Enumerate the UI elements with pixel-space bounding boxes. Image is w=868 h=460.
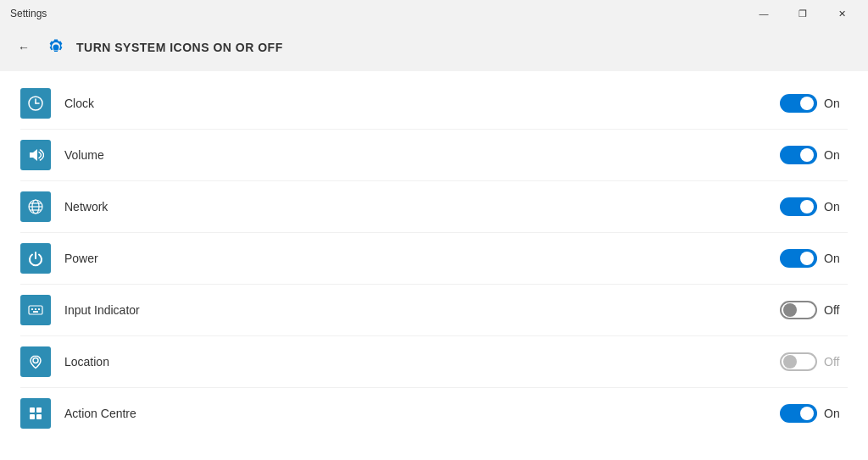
title-bar-left: Settings <box>10 8 47 19</box>
svg-rect-12 <box>38 308 40 310</box>
setting-label-input-indicator: Input Indicator <box>64 303 780 317</box>
toggle-label-location: Off <box>824 355 848 369</box>
svg-rect-10 <box>31 308 33 310</box>
toggle-area-action-centre: On <box>780 404 848 423</box>
toggle-area-input-indicator: Off <box>780 301 848 319</box>
volume-icon <box>20 140 51 170</box>
settings-row-power: PowerOn <box>20 233 848 285</box>
settings-row-action-centre: Action CentreOn <box>20 388 848 439</box>
toggle-volume[interactable] <box>780 146 817 164</box>
toggle-label-power: On <box>824 252 848 265</box>
svg-marker-3 <box>30 149 37 161</box>
settings-list: ClockOn VolumeOn NetworkOn PowerOn Input… <box>20 78 848 439</box>
svg-rect-16 <box>36 407 42 413</box>
svg-rect-11 <box>35 308 36 310</box>
svg-rect-15 <box>30 407 35 413</box>
location-icon <box>20 346 51 377</box>
svg-rect-13 <box>33 311 38 313</box>
setting-label-action-centre: Action Centre <box>64 407 780 420</box>
toggle-area-location: Off <box>780 352 848 371</box>
page-title-area: TURN SYSTEM ICONS ON OR OFF <box>44 36 283 59</box>
toggle-label-volume: On <box>824 148 848 162</box>
setting-label-volume: Volume <box>64 148 780 162</box>
toggle-area-network: On <box>780 197 848 216</box>
svg-point-14 <box>33 358 38 363</box>
network-icon <box>20 191 51 222</box>
gear-icon <box>44 36 68 59</box>
title-bar: Settings — ❐ ✕ <box>0 0 868 27</box>
toggle-action-centre[interactable] <box>780 404 817 423</box>
toggle-label-action-centre: On <box>824 407 848 420</box>
power-icon <box>20 243 51 274</box>
svg-rect-18 <box>36 414 42 419</box>
setting-label-clock: Clock <box>64 97 780 110</box>
page-title: TURN SYSTEM ICONS ON OR OFF <box>76 41 283 54</box>
action-icon <box>20 398 51 429</box>
settings-row-volume: VolumeOn <box>20 130 848 181</box>
toggle-area-power: On <box>780 249 848 268</box>
settings-row-clock: ClockOn <box>20 78 848 130</box>
title-bar-controls: — ❐ ✕ <box>744 0 861 27</box>
clock-icon <box>20 88 51 119</box>
setting-label-power: Power <box>64 252 780 265</box>
setting-label-network: Network <box>64 200 780 213</box>
settings-row-input-indicator: Input IndicatorOff <box>20 285 848 336</box>
toggle-label-input-indicator: Off <box>824 303 848 317</box>
toggle-area-clock: On <box>780 94 848 113</box>
setting-label-location: Location <box>64 355 780 369</box>
close-button[interactable]: ✕ <box>822 0 861 27</box>
input-icon <box>20 295 51 325</box>
minimize-button[interactable]: — <box>744 0 783 27</box>
toggle-network[interactable] <box>780 197 817 216</box>
restore-button[interactable]: ❐ <box>783 0 822 27</box>
toggle-input-indicator[interactable] <box>780 301 817 319</box>
toggle-label-clock: On <box>824 97 848 110</box>
toggle-clock[interactable] <box>780 94 817 113</box>
toggle-area-volume: On <box>780 146 848 164</box>
toggle-label-network: On <box>824 200 848 213</box>
page-header: ← TURN SYSTEM ICONS ON OR OFF <box>0 27 868 71</box>
toggle-location[interactable] <box>780 352 817 371</box>
window-title: Settings <box>10 8 47 19</box>
settings-row-network: NetworkOn <box>20 181 848 233</box>
settings-row-location: LocationOff <box>20 336 848 388</box>
svg-rect-17 <box>30 414 35 419</box>
back-button[interactable]: ← <box>10 34 37 61</box>
main-content: ClockOn VolumeOn NetworkOn PowerOn Input… <box>0 71 868 460</box>
toggle-power[interactable] <box>780 249 817 268</box>
